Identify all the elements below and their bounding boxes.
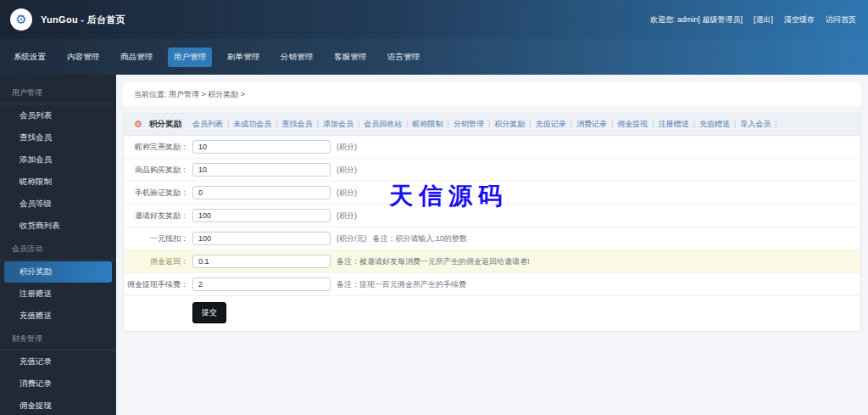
form-row: 昵称完善奖励： (积分) [124, 136, 860, 159]
field-label: 佣金提现手续费： [124, 279, 188, 290]
sidebar-item-member-level[interactable]: 会员等级 [4, 193, 112, 215]
field-remark: 备注：积分请输入,10的整数 [373, 233, 468, 244]
sidebar-item-consume-records[interactable]: 消费记录 [4, 373, 112, 395]
clear-cache-link[interactable]: 清空缓存 [784, 14, 815, 25]
points-reward-panel: ⚙ 积分奖励 会员列表未成功会员查找会员添加会员会员回收站昵称限制分销管理积分奖… [123, 113, 861, 332]
breadcrumb: 当前位置: 用户管理 > 积分奖励 > [123, 82, 861, 106]
nav-tab-customer-service-mgmt[interactable]: 客服管理 [328, 48, 372, 67]
one-yuan-deduct-input[interactable] [192, 232, 331, 245]
tab-link[interactable]: 查找会员 [282, 120, 323, 128]
gear-icon: ⚙ [134, 120, 142, 129]
form-row: 邀请好友奖励： (积分) [124, 205, 860, 227]
field-suffix: (积分) [337, 165, 357, 176]
tab-link[interactable]: 充值赠送 [699, 120, 740, 128]
field-label: 佣金返回： [124, 256, 188, 267]
tab-link[interactable]: 充值记录 [536, 120, 576, 128]
submit-row: 提交 [124, 296, 860, 331]
sidebar-item-recharge-records[interactable]: 充值记录 [4, 351, 112, 373]
form-row: 商品购买奖励： (积分) [124, 159, 860, 182]
welcome-text: 欢迎您: admin[ 超级管理员] [650, 14, 743, 25]
sidebar-item-find-member[interactable]: 查找会员 [4, 127, 112, 149]
commission-return-input[interactable] [192, 255, 331, 268]
tab-link[interactable]: 添加会员 [323, 120, 364, 128]
sidebar-item-member-list[interactable]: 会员列表 [4, 105, 112, 126]
main-nav: 系统设置 内容管理 商品管理 用户管理 刷单管理 分销管理 客服管理 语言管理 [0, 39, 868, 75]
purchase-reward-input[interactable] [192, 163, 331, 177]
field-remark: 备注：被邀请好友每消费一元所产生的佣金返回给邀请者! [337, 256, 530, 267]
field-suffix: (积分) [337, 210, 357, 222]
field-label: 商品购买奖励： [124, 165, 188, 176]
sidebar-item-points-reward[interactable]: 积分奖励 [4, 261, 112, 283]
sidebar-item-nickname-limit[interactable]: 昵称限制 [4, 171, 112, 193]
logout-link[interactable]: [退出] [754, 14, 773, 25]
field-suffix: (积分) [337, 142, 357, 153]
sidebar-item-add-member[interactable]: 添加会员 [4, 149, 112, 171]
tab-link[interactable]: 昵称限制 [413, 120, 453, 128]
field-suffix: (积分) [337, 188, 357, 199]
form-row: 一元抵扣： (积分/元) 备注：积分请输入,10的整数 [124, 227, 860, 250]
tab-link[interactable]: 会员列表 [192, 120, 233, 128]
tab-link[interactable]: 会员回收站 [364, 120, 412, 128]
tab-link[interactable]: 分销管理 [453, 120, 494, 128]
submit-button[interactable]: 提交 [192, 302, 226, 323]
panel-title: 积分奖励 [149, 119, 181, 130]
sidebar-item-register-gift[interactable]: 注册赠送 [4, 283, 112, 305]
sidebar-section-user-mgmt: 用户管理 [0, 81, 116, 104]
withdraw-fee-input[interactable] [192, 278, 331, 291]
sidebar: 用户管理 会员列表 查找会员 添加会员 昵称限制 会员等级 收货商列表 会员活动… [0, 75, 116, 415]
tab-link[interactable]: 积分奖励 [494, 120, 535, 128]
form-row: 手机验证奖励： (积分) [124, 182, 860, 205]
sidebar-item-recharge-gift[interactable]: 充值赠送 [4, 306, 112, 327]
tab-link[interactable]: 佣金提现 [617, 120, 658, 128]
points-reward-form: 昵称完善奖励： (积分) 商品购买奖励： (积分) 手机验证奖励： (积分) 邀… [124, 136, 860, 331]
field-label: 邀请好友奖励： [124, 210, 188, 222]
nav-tab-product-mgmt[interactable]: 商品管理 [114, 48, 159, 67]
sidebar-section-member-activity: 会员活动 [0, 238, 116, 261]
invite-friend-reward-input[interactable] [192, 209, 331, 222]
tab-link[interactable]: 未成功会员 [233, 120, 281, 128]
quick-links: 会员列表未成功会员查找会员添加会员会员回收站昵称限制分销管理积分奖励充值记录消费… [192, 119, 782, 130]
main-content: 当前位置: 用户管理 > 积分奖励 > ⚙ 积分奖励 会员列表未成功会员查找会员… [116, 75, 868, 415]
sidebar-item-commission-withdraw[interactable]: 佣金提现 [4, 395, 112, 415]
tab-link[interactable]: 导入会员 [740, 120, 781, 128]
nav-tab-distribution-mgmt[interactable]: 分销管理 [275, 48, 319, 67]
nav-tab-user-mgmt[interactable]: 用户管理 [168, 48, 212, 67]
nav-tab-content-mgmt[interactable]: 内容管理 [61, 48, 105, 67]
gear-logo-icon: ⚙ [10, 8, 32, 31]
field-remark: 备注：提现一百元佣金所产生的手续费 [337, 279, 466, 290]
field-label: 一元抵扣： [124, 233, 188, 244]
panel-tabbar: ⚙ 积分奖励 会员列表未成功会员查找会员添加会员会员回收站昵称限制分销管理积分奖… [124, 114, 860, 136]
field-label: 昵称完善奖励： [124, 142, 188, 153]
sidebar-item-receiver-list[interactable]: 收货商列表 [4, 216, 112, 237]
form-row: 佣金返回： 备注：被邀请好友每消费一元所产生的佣金返回给邀请者! [124, 250, 860, 273]
header-user-area: 欢迎您: admin[ 超级管理员] [退出] 清空缓存 访问首页 [650, 14, 856, 25]
field-label: 手机验证奖励： [124, 188, 188, 199]
top-header: ⚙ YunGou - 后台首页 欢迎您: admin[ 超级管理员] [退出] … [0, 0, 868, 39]
nav-tab-system-settings[interactable]: 系统设置 [8, 48, 52, 67]
nav-tab-order-brush-mgmt[interactable]: 刷单管理 [221, 48, 265, 67]
form-row: 佣金提现手续费： 备注：提现一百元佣金所产生的手续费 [124, 273, 860, 296]
nickname-complete-reward-input[interactable] [192, 140, 331, 154]
app-title: YunGou - 后台首页 [41, 14, 125, 26]
tab-link[interactable]: 注册赠送 [659, 120, 699, 128]
field-suffix: (积分/元) [337, 233, 367, 244]
nav-tab-language-mgmt[interactable]: 语言管理 [381, 48, 426, 67]
app-logo: ⚙ YunGou - 后台首页 [10, 8, 125, 31]
visit-home-link[interactable]: 访问首页 [826, 14, 856, 25]
tab-link[interactable]: 消费记录 [576, 120, 617, 128]
phone-verify-reward-input[interactable] [192, 186, 331, 199]
sidebar-section-finance-mgmt: 财务管理 [0, 328, 116, 351]
